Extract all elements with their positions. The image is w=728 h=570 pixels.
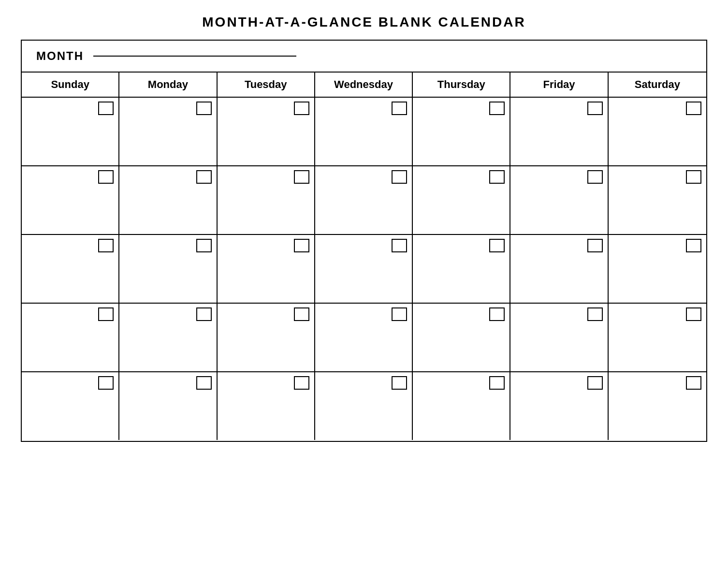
calendar-cell[interactable] (22, 304, 119, 371)
date-box (587, 376, 603, 390)
calendar-cell[interactable] (218, 166, 315, 234)
date-box (489, 307, 505, 321)
day-header-wednesday: Wednesday (315, 73, 413, 97)
date-box (686, 376, 701, 390)
date-box (392, 102, 407, 115)
date-box (98, 239, 114, 252)
calendar-cell[interactable] (315, 235, 413, 303)
date-box (587, 102, 603, 115)
calendar-cell[interactable] (510, 235, 608, 303)
date-box (686, 102, 701, 115)
date-box (98, 376, 114, 390)
month-label: MONTH (36, 49, 84, 63)
date-box (98, 102, 114, 115)
day-header-sunday: Sunday (22, 73, 119, 97)
calendar-cell[interactable] (609, 98, 706, 165)
date-box (489, 376, 505, 390)
day-header-saturday: Saturday (609, 73, 706, 97)
date-box (686, 170, 701, 184)
calendar-cell[interactable] (218, 98, 315, 165)
calendar-row (22, 166, 706, 235)
date-box (392, 376, 407, 390)
calendar-cell[interactable] (218, 372, 315, 440)
page-title: MONTH-AT-A-GLANCE BLANK CALENDAR (21, 10, 707, 35)
calendar-cell[interactable] (609, 304, 706, 371)
month-header: MONTH (22, 41, 706, 73)
calendar-row (22, 304, 706, 372)
calendar-cell[interactable] (609, 372, 706, 440)
calendar-cell[interactable] (119, 166, 217, 234)
calendar-cell[interactable] (510, 372, 608, 440)
calendar-cell[interactable] (315, 98, 413, 165)
date-box (294, 239, 309, 252)
day-header-friday: Friday (510, 73, 608, 97)
calendar-cell[interactable] (413, 235, 510, 303)
page: MONTH-AT-A-GLANCE BLANK CALENDAR MONTH S… (21, 10, 707, 442)
calendar-cell[interactable] (22, 235, 119, 303)
calendar-cell[interactable] (119, 235, 217, 303)
date-box (392, 239, 407, 252)
date-box (196, 102, 212, 115)
date-box (686, 239, 701, 252)
calendar-cell[interactable] (22, 166, 119, 234)
calendar-cell[interactable] (315, 304, 413, 371)
date-box (294, 170, 309, 184)
date-box (196, 170, 212, 184)
month-line (93, 56, 296, 57)
calendar-cell[interactable] (22, 98, 119, 165)
calendar-cell[interactable] (510, 98, 608, 165)
calendar-cell[interactable] (413, 98, 510, 165)
date-box (196, 239, 212, 252)
calendar-cell[interactable] (609, 166, 706, 234)
calendar-cell[interactable] (119, 304, 217, 371)
date-box (196, 376, 212, 390)
date-box (98, 170, 114, 184)
day-header-thursday: Thursday (413, 73, 510, 97)
calendar-row (22, 98, 706, 166)
calendar-cell[interactable] (510, 166, 608, 234)
date-box (686, 307, 701, 321)
date-box (392, 170, 407, 184)
calendar-cell[interactable] (218, 235, 315, 303)
day-header-tuesday: Tuesday (218, 73, 315, 97)
date-box (196, 307, 212, 321)
calendar-row (22, 235, 706, 304)
date-box (489, 102, 505, 115)
date-box (98, 307, 114, 321)
date-box (294, 307, 309, 321)
date-box (587, 239, 603, 252)
calendar-cell[interactable] (510, 304, 608, 371)
calendar-row (22, 372, 706, 441)
date-box (294, 376, 309, 390)
date-box (294, 102, 309, 115)
calendar-cell[interactable] (413, 304, 510, 371)
calendar-cell[interactable] (119, 372, 217, 440)
calendar-cell[interactable] (315, 166, 413, 234)
day-header-monday: Monday (119, 73, 217, 97)
date-box (587, 307, 603, 321)
calendar-grid (22, 98, 706, 441)
calendar-cell[interactable] (609, 235, 706, 303)
calendar-outer: MONTH Sunday Monday Tuesday Wednesday Th… (21, 40, 707, 442)
calendar-cell[interactable] (119, 98, 217, 165)
calendar-cell[interactable] (315, 372, 413, 440)
date-box (587, 170, 603, 184)
calendar-cell[interactable] (22, 372, 119, 440)
date-box (489, 239, 505, 252)
date-box (392, 307, 407, 321)
calendar-cell[interactable] (413, 372, 510, 440)
day-headers: Sunday Monday Tuesday Wednesday Thursday… (22, 73, 706, 98)
calendar-cell[interactable] (218, 304, 315, 371)
date-box (489, 170, 505, 184)
calendar-cell[interactable] (413, 166, 510, 234)
